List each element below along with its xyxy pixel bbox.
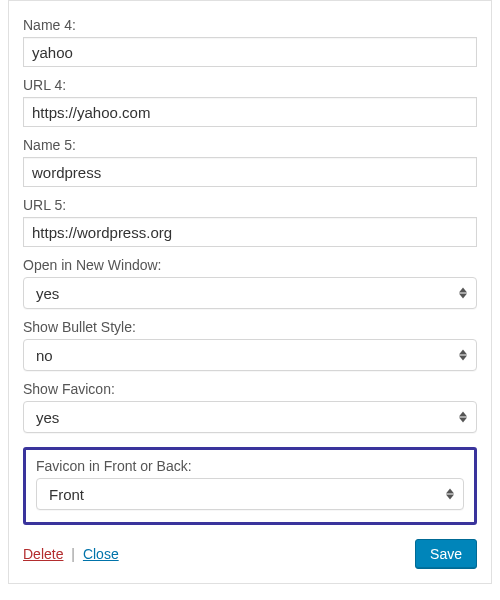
field-url4: URL 4: <box>23 77 477 127</box>
field-show-bullet: Show Bullet Style: no <box>23 319 477 371</box>
select-show-bullet[interactable]: no <box>23 339 477 371</box>
field-show-favicon: Show Favicon: yes <box>23 381 477 433</box>
footer-left: Delete | Close <box>23 546 119 562</box>
select-favicon-position[interactable]: Front <box>36 478 464 510</box>
label-url5: URL 5: <box>23 197 477 213</box>
field-url5: URL 5: <box>23 197 477 247</box>
field-name4: Name 4: <box>23 17 477 67</box>
highlight-favicon-position: Favicon in Front or Back: Front <box>23 447 477 525</box>
label-show-bullet: Show Bullet Style: <box>23 319 477 335</box>
select-wrap-show-favicon: yes <box>23 401 477 433</box>
select-wrap-show-bullet: no <box>23 339 477 371</box>
close-link[interactable]: Close <box>83 546 119 562</box>
footer-separator: | <box>71 546 75 562</box>
field-name5: Name 5: <box>23 137 477 187</box>
input-url5[interactable] <box>23 217 477 247</box>
field-favicon-position: Favicon in Front or Back: Front <box>36 458 464 510</box>
label-show-favicon: Show Favicon: <box>23 381 477 397</box>
label-favicon-position: Favicon in Front or Back: <box>36 458 464 474</box>
input-name5[interactable] <box>23 157 477 187</box>
label-name5: Name 5: <box>23 137 477 153</box>
select-show-favicon[interactable]: yes <box>23 401 477 433</box>
widget-form-panel: Name 4: URL 4: Name 5: URL 5: Open in Ne… <box>8 0 492 584</box>
select-wrap-favicon-position: Front <box>36 478 464 510</box>
field-open-new-window: Open in New Window: yes <box>23 257 477 309</box>
label-name4: Name 4: <box>23 17 477 33</box>
select-wrap-open-new-window: yes <box>23 277 477 309</box>
input-name4[interactable] <box>23 37 477 67</box>
input-url4[interactable] <box>23 97 477 127</box>
save-button[interactable]: Save <box>415 539 477 569</box>
label-open-new-window: Open in New Window: <box>23 257 477 273</box>
form-footer: Delete | Close Save <box>23 539 477 569</box>
label-url4: URL 4: <box>23 77 477 93</box>
select-open-new-window[interactable]: yes <box>23 277 477 309</box>
delete-link[interactable]: Delete <box>23 546 63 562</box>
